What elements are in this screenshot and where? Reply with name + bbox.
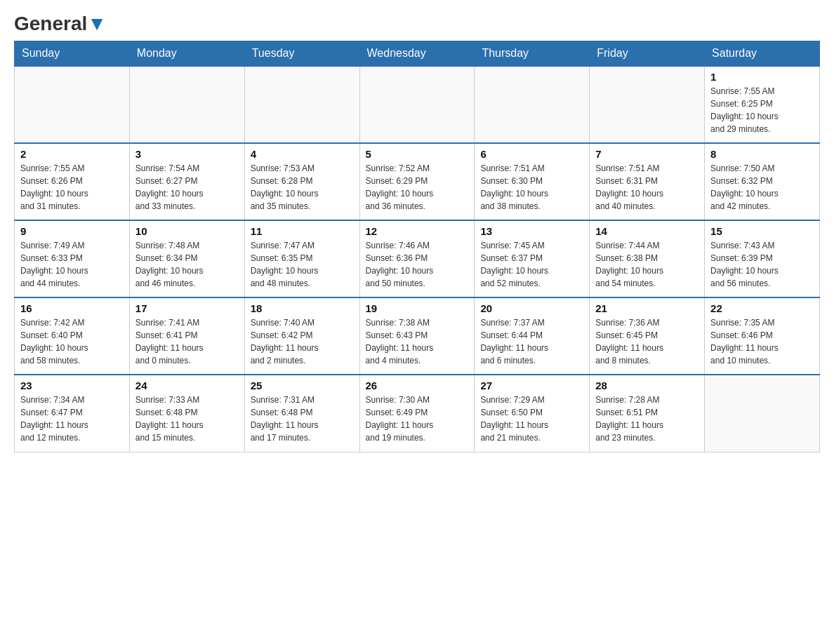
day-number: 8 (710, 148, 814, 160)
day-info: Sunrise: 7:38 AMSunset: 6:43 PMDaylight:… (366, 316, 469, 367)
calendar-cell (129, 66, 244, 143)
calendar-cell: 14Sunrise: 7:44 AMSunset: 6:38 PMDayligh… (590, 220, 705, 297)
day-info: Sunrise: 7:52 AMSunset: 6:29 PMDaylight:… (366, 162, 469, 213)
calendar-cell: 5Sunrise: 7:52 AMSunset: 6:29 PMDaylight… (359, 143, 475, 220)
calendar-cell: 22Sunrise: 7:35 AMSunset: 6:46 PMDayligh… (705, 297, 820, 375)
day-number: 26 (366, 380, 469, 391)
calendar-cell: 20Sunrise: 7:37 AMSunset: 6:44 PMDayligh… (475, 297, 590, 375)
day-info: Sunrise: 7:48 AMSunset: 6:34 PMDaylight:… (135, 239, 239, 290)
calendar-cell: 17Sunrise: 7:41 AMSunset: 6:41 PMDayligh… (129, 297, 244, 375)
day-number: 7 (595, 148, 699, 160)
calendar-cell: 19Sunrise: 7:38 AMSunset: 6:43 PMDayligh… (359, 297, 475, 375)
day-number: 6 (480, 148, 583, 160)
day-number: 22 (710, 302, 814, 314)
calendar-cell (590, 66, 705, 143)
day-info: Sunrise: 7:55 AMSunset: 6:26 PMDaylight:… (20, 162, 124, 213)
calendar-cell: 11Sunrise: 7:47 AMSunset: 6:35 PMDayligh… (244, 220, 359, 297)
week-row-2: 9Sunrise: 7:49 AMSunset: 6:33 PMDaylight… (15, 220, 820, 297)
calendar-cell: 24Sunrise: 7:33 AMSunset: 6:48 PMDayligh… (129, 375, 244, 452)
week-row-0: 1Sunrise: 7:55 AMSunset: 6:25 PMDaylight… (15, 66, 820, 143)
day-info: Sunrise: 7:53 AMSunset: 6:28 PMDaylight:… (251, 162, 354, 213)
day-info: Sunrise: 7:55 AMSunset: 6:25 PMDaylight:… (710, 85, 814, 135)
day-number: 20 (480, 302, 583, 314)
day-info: Sunrise: 7:54 AMSunset: 6:27 PMDaylight:… (135, 162, 239, 213)
day-info: Sunrise: 7:47 AMSunset: 6:35 PMDaylight:… (251, 239, 354, 290)
header-tuesday: Tuesday (244, 41, 359, 67)
day-number: 10 (135, 225, 239, 237)
day-number: 5 (366, 148, 469, 160)
logo: General▼ (14, 14, 107, 34)
page-header: General▼ (14, 14, 820, 34)
day-info: Sunrise: 7:36 AMSunset: 6:45 PMDaylight:… (595, 316, 699, 367)
header-wednesday: Wednesday (359, 41, 475, 67)
weekday-header-row: Sunday Monday Tuesday Wednesday Thursday… (15, 41, 820, 67)
day-number: 23 (20, 380, 124, 391)
day-info: Sunrise: 7:51 AMSunset: 6:31 PMDaylight:… (595, 162, 699, 213)
day-info: Sunrise: 7:30 AMSunset: 6:49 PMDaylight:… (366, 394, 469, 444)
day-number: 27 (480, 380, 583, 391)
header-sunday: Sunday (15, 41, 130, 67)
day-info: Sunrise: 7:50 AMSunset: 6:32 PMDaylight:… (710, 162, 814, 213)
day-number: 9 (20, 225, 124, 237)
day-info: Sunrise: 7:34 AMSunset: 6:47 PMDaylight:… (20, 394, 124, 444)
day-info: Sunrise: 7:31 AMSunset: 6:48 PMDaylight:… (251, 394, 354, 444)
calendar-cell: 7Sunrise: 7:51 AMSunset: 6:31 PMDaylight… (590, 143, 705, 220)
calendar-cell: 4Sunrise: 7:53 AMSunset: 6:28 PMDaylight… (244, 143, 359, 220)
day-number: 24 (135, 380, 239, 391)
logo-arrow-icon: ▼ (87, 13, 107, 34)
calendar-cell: 21Sunrise: 7:36 AMSunset: 6:45 PMDayligh… (590, 297, 705, 375)
day-number: 19 (366, 302, 469, 314)
day-number: 28 (595, 380, 699, 391)
day-info: Sunrise: 7:37 AMSunset: 6:44 PMDaylight:… (480, 316, 583, 367)
day-number: 21 (595, 302, 699, 314)
week-row-4: 23Sunrise: 7:34 AMSunset: 6:47 PMDayligh… (15, 375, 820, 452)
day-info: Sunrise: 7:29 AMSunset: 6:50 PMDaylight:… (480, 394, 583, 444)
calendar-cell: 2Sunrise: 7:55 AMSunset: 6:26 PMDaylight… (15, 143, 130, 220)
day-info: Sunrise: 7:42 AMSunset: 6:40 PMDaylight:… (20, 316, 124, 367)
calendar-cell: 13Sunrise: 7:45 AMSunset: 6:37 PMDayligh… (475, 220, 590, 297)
day-number: 16 (20, 302, 124, 314)
day-number: 13 (480, 225, 583, 237)
day-number: 11 (251, 225, 354, 237)
calendar-cell (475, 66, 590, 143)
day-info: Sunrise: 7:44 AMSunset: 6:38 PMDaylight:… (595, 239, 699, 290)
calendar-cell: 23Sunrise: 7:34 AMSunset: 6:47 PMDayligh… (15, 375, 130, 452)
header-thursday: Thursday (475, 41, 590, 67)
calendar-cell (244, 66, 359, 143)
day-info: Sunrise: 7:40 AMSunset: 6:42 PMDaylight:… (251, 316, 354, 367)
calendar-cell: 8Sunrise: 7:50 AMSunset: 6:32 PMDaylight… (705, 143, 820, 220)
day-info: Sunrise: 7:46 AMSunset: 6:36 PMDaylight:… (366, 239, 469, 290)
day-info: Sunrise: 7:41 AMSunset: 6:41 PMDaylight:… (135, 316, 239, 367)
day-info: Sunrise: 7:35 AMSunset: 6:46 PMDaylight:… (710, 316, 814, 367)
calendar-cell: 6Sunrise: 7:51 AMSunset: 6:30 PMDaylight… (475, 143, 590, 220)
week-row-1: 2Sunrise: 7:55 AMSunset: 6:26 PMDaylight… (15, 143, 820, 220)
calendar-cell: 15Sunrise: 7:43 AMSunset: 6:39 PMDayligh… (705, 220, 820, 297)
calendar-cell (705, 375, 820, 452)
header-saturday: Saturday (705, 41, 820, 67)
day-number: 18 (251, 302, 354, 314)
day-number: 25 (251, 380, 354, 391)
header-friday: Friday (590, 41, 705, 67)
calendar-cell: 9Sunrise: 7:49 AMSunset: 6:33 PMDaylight… (15, 220, 130, 297)
calendar-cell: 26Sunrise: 7:30 AMSunset: 6:49 PMDayligh… (359, 375, 475, 452)
calendar-cell: 25Sunrise: 7:31 AMSunset: 6:48 PMDayligh… (244, 375, 359, 452)
day-number: 3 (135, 148, 239, 160)
calendar-cell: 18Sunrise: 7:40 AMSunset: 6:42 PMDayligh… (244, 297, 359, 375)
calendar-cell: 27Sunrise: 7:29 AMSunset: 6:50 PMDayligh… (475, 375, 590, 452)
day-info: Sunrise: 7:49 AMSunset: 6:33 PMDaylight:… (20, 239, 124, 290)
calendar-cell: 1Sunrise: 7:55 AMSunset: 6:25 PMDaylight… (705, 66, 820, 143)
day-number: 2 (20, 148, 124, 160)
calendar-cell: 10Sunrise: 7:48 AMSunset: 6:34 PMDayligh… (129, 220, 244, 297)
day-info: Sunrise: 7:28 AMSunset: 6:51 PMDaylight:… (595, 394, 699, 444)
calendar-cell: 16Sunrise: 7:42 AMSunset: 6:40 PMDayligh… (15, 297, 130, 375)
day-number: 1 (710, 71, 814, 83)
day-info: Sunrise: 7:43 AMSunset: 6:39 PMDaylight:… (710, 239, 814, 290)
calendar-table: Sunday Monday Tuesday Wednesday Thursday… (14, 41, 820, 452)
day-number: 14 (595, 225, 699, 237)
day-number: 12 (366, 225, 469, 237)
calendar-cell: 12Sunrise: 7:46 AMSunset: 6:36 PMDayligh… (359, 220, 475, 297)
calendar-cell (359, 66, 475, 143)
day-number: 4 (251, 148, 354, 160)
calendar-cell (15, 66, 130, 143)
header-monday: Monday (129, 41, 244, 67)
